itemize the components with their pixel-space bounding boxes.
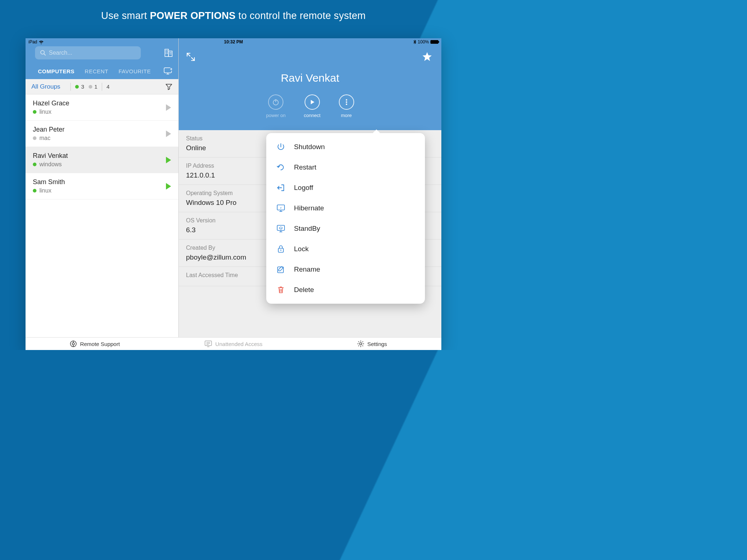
menu-label: Hibernate — [294, 204, 324, 212]
menu-lock[interactable]: Lock — [266, 239, 425, 259]
power-icon — [272, 98, 279, 106]
more-icon — [345, 99, 348, 105]
status-dot — [33, 189, 36, 192]
computer-item[interactable]: Hazel Grace linux — [26, 94, 178, 121]
svg-point-33 — [280, 250, 282, 251]
unattended-icon — [204, 340, 212, 347]
chevron-play-icon[interactable] — [166, 157, 171, 163]
battery-icon — [430, 40, 438, 44]
search-placeholder: Search... — [49, 50, 72, 56]
computer-os: linux — [39, 187, 51, 194]
delete-icon — [277, 286, 285, 294]
offline-count: 1 — [94, 83, 97, 90]
svg-rect-10 — [170, 52, 170, 53]
bottom-remote-support[interactable]: Remote Support — [26, 340, 164, 347]
svg-rect-6 — [166, 52, 166, 52]
tab-favourite[interactable]: FAVOURITE — [113, 68, 156, 74]
connect-button[interactable]: connect — [304, 94, 321, 118]
bottom-settings[interactable]: Settings — [303, 340, 441, 347]
connect-label: connect — [304, 113, 321, 118]
menu-standby[interactable]: StandBy — [266, 218, 425, 239]
bluetooth-icon — [413, 40, 416, 44]
menu-restart[interactable]: Restart — [266, 157, 425, 178]
svg-rect-29 — [277, 225, 285, 230]
add-computer-icon[interactable] — [164, 67, 173, 75]
wifi-icon — [39, 40, 44, 44]
menu-label: Restart — [294, 163, 316, 171]
computer-name: Ravi Venkat — [33, 152, 166, 160]
org-icon[interactable] — [164, 48, 173, 58]
svg-rect-12 — [170, 54, 170, 54]
logoff-icon — [277, 184, 285, 192]
menu-shutdown[interactable]: Shutdown — [266, 137, 425, 157]
bottom-bar: Remote Support Unattended Access Setting… — [26, 337, 441, 350]
computer-os: windows — [39, 161, 62, 168]
expand-icon[interactable] — [186, 52, 196, 62]
computer-item[interactable]: Jean Peter mac — [26, 121, 178, 147]
menu-label: Rename — [294, 265, 320, 273]
chevron-play-icon[interactable] — [166, 183, 171, 190]
svg-rect-13 — [171, 54, 171, 54]
svg-point-44 — [360, 343, 362, 345]
filter-icon[interactable] — [165, 83, 173, 90]
lock-icon — [277, 245, 285, 253]
more-button[interactable]: more — [339, 94, 354, 118]
chevron-play-icon[interactable] — [166, 104, 171, 111]
power-on-label: power on — [266, 113, 285, 118]
svg-line-1 — [44, 54, 46, 56]
menu-label: Shutdown — [294, 143, 325, 151]
status-counts: 3 1 — [75, 83, 97, 90]
bottom-unattended-access[interactable]: Unattended Access — [164, 340, 303, 347]
menu-delete[interactable]: Delete — [266, 280, 425, 300]
more-popover: Shutdown Restart Logoff z Hibernate Stan… — [266, 133, 425, 304]
status-bar: iPad 10:32 PM 100% — [26, 38, 441, 45]
power-on-button[interactable]: power on — [266, 94, 285, 118]
tab-recent[interactable]: RECENT — [80, 68, 113, 74]
device-label: iPad — [28, 39, 37, 44]
standby-icon — [276, 225, 285, 233]
menu-label: Logoff — [294, 184, 313, 192]
online-count: 3 — [81, 83, 84, 90]
menu-label: Lock — [294, 245, 309, 253]
svg-point-24 — [346, 104, 347, 105]
hibernate-icon: z — [276, 204, 285, 212]
search-icon — [40, 50, 46, 56]
tab-computers[interactable]: COMPUTERS — [33, 68, 80, 74]
more-label: more — [341, 113, 352, 118]
menu-label: Delete — [294, 286, 314, 294]
svg-point-0 — [41, 51, 44, 54]
computer-item-selected[interactable]: Ravi Venkat windows — [26, 147, 178, 173]
battery-text: 100% — [418, 39, 429, 44]
computer-item[interactable]: Sam Smith linux — [26, 173, 178, 199]
svg-rect-7 — [167, 52, 168, 52]
ipad-frame: iPad 10:32 PM 100% Search... COMPUTERS R… — [26, 38, 441, 350]
computer-name: Jean Peter — [33, 126, 166, 133]
menu-rename[interactable]: Rename — [266, 259, 425, 280]
divider — [102, 83, 102, 91]
computer-os: mac — [39, 135, 50, 141]
menu-hibernate[interactable]: z Hibernate — [266, 198, 425, 218]
shutdown-icon — [277, 143, 285, 151]
detail-header: Ravi Venkat power on connect more — [179, 38, 441, 130]
total-count: 4 — [107, 83, 109, 90]
computer-os: linux — [39, 109, 51, 115]
bottom-label: Unattended Access — [215, 341, 262, 347]
offline-dot — [89, 85, 92, 89]
svg-rect-8 — [166, 53, 166, 54]
svg-rect-9 — [167, 53, 168, 54]
all-groups-link[interactable]: All Groups — [31, 83, 60, 90]
svg-point-23 — [346, 101, 347, 103]
bottom-label: Settings — [367, 341, 387, 347]
marketing-headline: Use smart POWER OPTIONS to control the r… — [0, 0, 467, 22]
chevron-play-icon[interactable] — [166, 131, 171, 137]
rename-icon — [277, 265, 285, 273]
action-row: power on connect more — [179, 94, 441, 118]
remote-support-icon — [70, 340, 77, 347]
filter-bar: All Groups 3 1 4 — [26, 79, 178, 94]
status-dot — [33, 110, 36, 114]
divider — [70, 83, 71, 91]
favorite-star-icon[interactable] — [422, 51, 433, 62]
svg-rect-4 — [166, 50, 166, 51]
search-input[interactable]: Search... — [35, 46, 141, 59]
menu-logoff[interactable]: Logoff — [266, 178, 425, 198]
